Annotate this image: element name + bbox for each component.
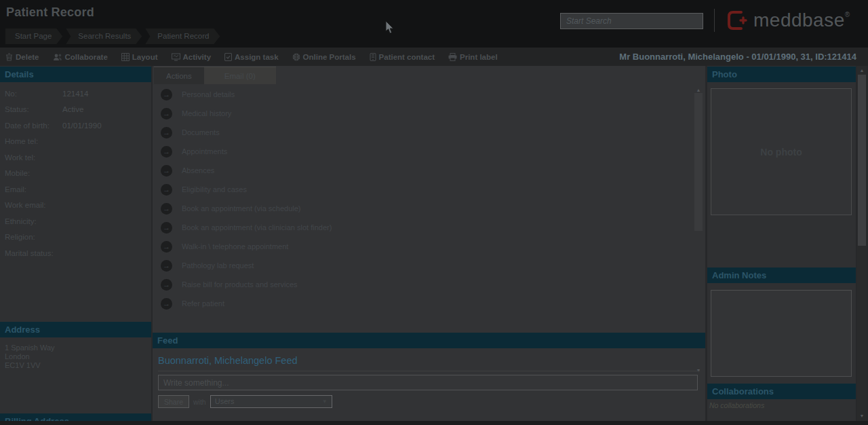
arrow-circle-icon bbox=[161, 279, 172, 291]
admin-notes-box[interactable] bbox=[711, 290, 852, 377]
registered-mark: ® bbox=[845, 11, 850, 18]
address-lines: 1 Spanish Way London EC1V 1VV bbox=[5, 344, 55, 370]
arrow-circle-icon bbox=[161, 203, 172, 215]
clipboard-icon bbox=[224, 53, 232, 61]
arrow-circle-icon bbox=[161, 165, 172, 177]
people-icon bbox=[53, 53, 62, 61]
collaborate-button[interactable]: Collaborate bbox=[53, 53, 108, 61]
arrow-circle-icon bbox=[161, 127, 172, 138]
arrow-circle-icon bbox=[161, 222, 172, 234]
divider bbox=[158, 371, 700, 371]
actions-scrollbar[interactable]: ▲ ▼ bbox=[694, 86, 703, 374]
trash-icon bbox=[5, 53, 13, 61]
arrow-circle-icon bbox=[161, 146, 172, 158]
details-fields: No:121414 Status:Active Date of birth:01… bbox=[0, 86, 151, 261]
collaborations-header: Collaborations bbox=[707, 384, 856, 399]
tab-actions[interactable]: Actions bbox=[154, 67, 204, 84]
action-book-via-schedule[interactable]: Book an appointment (via schedule) bbox=[153, 199, 692, 218]
arrow-circle-icon bbox=[161, 298, 172, 310]
actions-list: Personal details Medical history Documen… bbox=[153, 85, 692, 313]
arrow-circle-icon bbox=[161, 260, 172, 272]
main-area: Details No:121414 Status:Active Date of … bbox=[0, 66, 868, 421]
phone-icon bbox=[370, 53, 376, 61]
action-documents[interactable]: Documents bbox=[153, 123, 692, 142]
action-absences[interactable]: Absences bbox=[153, 161, 692, 180]
nav-tab-search-results[interactable]: Search Results bbox=[66, 29, 142, 44]
feed-share-row: Share with Users ▼ bbox=[158, 395, 332, 408]
search-input[interactable] bbox=[560, 13, 703, 29]
feed-composer-input[interactable] bbox=[158, 375, 698, 390]
print-label-button[interactable]: Print label bbox=[448, 53, 498, 61]
arrow-circle-icon bbox=[161, 184, 172, 196]
scrollbar-thumb[interactable] bbox=[694, 93, 703, 231]
delete-button[interactable]: Delete bbox=[5, 53, 39, 61]
action-medical-history[interactable]: Medical history bbox=[153, 104, 692, 123]
nav-tab-start-page[interactable]: Start Page bbox=[5, 29, 62, 44]
page-scrollbar[interactable]: ▲ ▼ bbox=[857, 66, 867, 421]
field-row-no: No:121414 bbox=[0, 86, 151, 102]
action-raise-bill[interactable]: Raise bill for products and services bbox=[153, 275, 692, 294]
field-row-home-tel: Home tel: bbox=[0, 134, 151, 150]
center-tabs: Actions Email (0) bbox=[154, 67, 276, 84]
arrow-circle-icon bbox=[161, 108, 172, 119]
chevron-down-icon: ▼ bbox=[322, 396, 328, 407]
window-bottom-edge bbox=[0, 421, 868, 425]
action-personal-details[interactable]: Personal details bbox=[153, 85, 692, 104]
field-row-status: Status:Active bbox=[0, 102, 151, 118]
field-row-work-tel: Work tel: bbox=[0, 149, 151, 166]
share-audience-select[interactable]: Users ▼ bbox=[210, 395, 332, 408]
action-book-via-slot-finder[interactable]: Book an appointment (via clinician slot … bbox=[153, 218, 692, 237]
scroll-up-icon[interactable]: ▲ bbox=[857, 67, 867, 74]
divider bbox=[714, 9, 715, 32]
details-sidebar: Details No:121414 Status:Active Date of … bbox=[0, 66, 151, 421]
no-photo-text: No photo bbox=[760, 147, 802, 158]
scroll-down-icon[interactable]: ▼ bbox=[857, 412, 867, 420]
feed-header: Feed bbox=[153, 333, 705, 348]
arrow-circle-icon bbox=[161, 241, 172, 253]
action-pathology-lab[interactable]: Pathology lab request bbox=[153, 256, 692, 275]
admin-notes-header: Admin Notes bbox=[707, 267, 856, 283]
details-header: Details bbox=[0, 67, 151, 82]
action-eligibility-cases[interactable]: Eligibility and cases bbox=[153, 180, 692, 199]
center-panel: Actions Email (0) Personal details Medic… bbox=[153, 66, 705, 421]
meddbase-logo-icon bbox=[726, 9, 749, 32]
record-toolbar: Delete Collaborate Layout Activity Assig… bbox=[0, 48, 868, 66]
patient-photo-placeholder: No photo bbox=[711, 88, 852, 215]
tab-email[interactable]: Email (0) bbox=[204, 67, 276, 84]
page-title: Patient Record bbox=[6, 5, 94, 20]
address-header: Address bbox=[0, 322, 151, 337]
no-collaborations-text: No collaborations bbox=[709, 401, 764, 409]
field-row-religion: Religion: bbox=[0, 229, 151, 246]
logo-wordmark: meddbase® bbox=[753, 10, 850, 31]
meddbase-logo: meddbase® bbox=[726, 9, 850, 32]
field-row-dob: Date of birth:01/01/1990 bbox=[0, 117, 151, 134]
field-row-ethnicity: Ethnicity: bbox=[0, 213, 151, 229]
right-sidebar: Photo No photo Admin Notes Collaboration… bbox=[707, 66, 856, 421]
assign-task-button[interactable]: Assign task bbox=[224, 53, 279, 61]
action-walk-in[interactable]: Walk-in \ telephone appointment bbox=[153, 237, 692, 256]
patient-summary: Mr Buonnarroti, Michelangelo - 01/01/199… bbox=[619, 48, 856, 66]
printer-icon bbox=[448, 53, 457, 61]
patient-record-window: Patient Record Start Page Search Results… bbox=[0, 0, 868, 425]
globe-icon bbox=[292, 53, 300, 61]
action-appointments[interactable]: Appointments bbox=[153, 142, 692, 161]
field-row-mobile: Mobile: bbox=[0, 166, 151, 182]
grid-icon bbox=[121, 53, 130, 61]
scrollbar-thumb[interactable] bbox=[858, 75, 866, 246]
patient-contact-button[interactable]: Patient contact bbox=[370, 53, 435, 61]
top-bar: Patient Record Start Page Search Results… bbox=[0, 0, 868, 48]
online-portals-button[interactable]: Online Portals bbox=[292, 53, 356, 61]
feed-title: Buonnarroti, Michelangelo Feed bbox=[158, 355, 298, 366]
field-row-work-email: Work email: bbox=[0, 198, 151, 214]
layout-button[interactable]: Layout bbox=[121, 53, 158, 61]
share-button[interactable]: Share bbox=[158, 395, 189, 408]
action-refer-patient[interactable]: Refer patient bbox=[153, 294, 692, 313]
arrow-circle-icon bbox=[161, 89, 172, 100]
activity-button[interactable]: Activity bbox=[172, 53, 212, 61]
photo-header: Photo bbox=[707, 67, 856, 82]
nav-tab-patient-record[interactable]: Patient Record bbox=[145, 29, 220, 44]
with-label: with bbox=[193, 398, 206, 406]
breadcrumb: Start Page Search Results Patient Record bbox=[5, 29, 223, 44]
field-row-email: Email: bbox=[0, 181, 151, 198]
monitor-icon bbox=[172, 53, 180, 61]
